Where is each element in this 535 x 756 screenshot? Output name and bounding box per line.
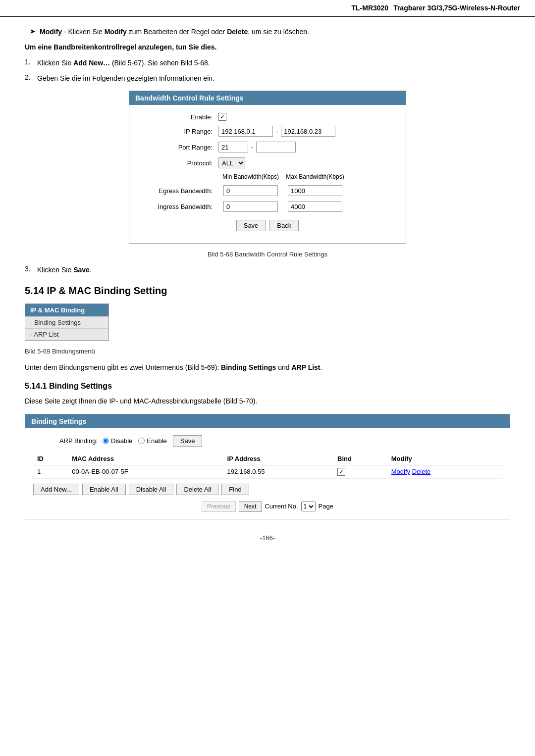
enable-value: ✓ [218,113,226,121]
enable-all-button[interactable]: Enable All [82,484,126,495]
egress-max-col [283,185,347,196]
header-model: TL-MR3020 [351,4,388,12]
add-new-button[interactable]: Add New... [33,484,79,495]
sub-section-heading: 5.14.1 Binding Settings [25,382,510,391]
bw-headers: Min Bandwidth(Kbps) Max Bandwidth(Kbps) [218,173,347,180]
menu-item-binding[interactable]: - Binding Settings [25,316,108,328]
port-range-row: Port Range: - [139,142,396,152]
binding-settings-box: Binding Settings ARP Binding: Disable En… [25,414,510,519]
ip-range-value: - [218,126,335,137]
bandwidth-settings-box: Bandwidth Control Rule Settings Enable: … [129,91,406,244]
step1: 1. Klicken Sie Add New… (Bild 5-67). Sie… [25,58,510,68]
bandwidth-button-row: Save Back [139,220,396,231]
modify-bullet: ➤ Modify - Klicken Sie Modify zum Bearbe… [25,27,510,37]
bullet-arrow: ➤ [30,27,36,35]
find-button[interactable]: Find [221,484,249,495]
page-label: Page [319,503,333,510]
max-bw-header: Max Bandwidth(Kbps) [283,173,347,180]
current-no-select[interactable]: 1 2 [301,502,316,511]
binding-box-body: ARP Binding: Disable Enable Save [25,428,510,519]
ingress-min-input[interactable] [223,201,278,212]
binding-table: ID MAC Address IP Address Bind Modify 1 … [33,453,502,479]
caption2: Bild 5-69 Bindungsmenü [25,348,510,355]
radio-disable-label: Disable [111,437,132,445]
page-container: TL-MR3020 Tragbarer 3G/3,75G-Wireless-N-… [0,0,535,552]
egress-max-input[interactable] [288,185,342,196]
modify-bold2: Modify [105,28,127,36]
back-button[interactable]: Back [269,220,299,231]
enable-row: Enable: ✓ [139,113,396,121]
ip-from-input[interactable] [218,126,273,137]
radio-group: Disable Enable Save [103,435,202,447]
table-body: 1 00-0A-EB-00-07-5F 192.168.0.55 ✓ Modif… [33,465,502,478]
disable-all-button[interactable]: Disable All [129,484,174,495]
bw-headers-row: Min Bandwidth(Kbps) Max Bandwidth(Kbps) [139,173,396,180]
section-heading: 5.14 IP & MAC Binding Setting [25,285,510,297]
modify-link[interactable]: Modify [391,468,410,475]
bandwidth-box-header: Bandwidth Control Rule Settings [129,91,406,105]
th-modify: Modify [387,453,502,465]
protocol-select[interactable]: ALL TCP UDP [218,157,245,168]
port-separator: - [251,144,253,151]
delete-link[interactable]: Delete [412,468,431,475]
radio-enable-label: Enable [147,437,166,445]
step1-text: Klicken Sie Add New… (Bild 5-67). Sie se… [37,58,210,68]
binding-settings-bold: Binding Settings [221,363,276,371]
caption1: Bild 5-68 Bandwidth Control Rule Setting… [25,251,510,258]
step3-text: Klicken Sie Save. [37,265,92,275]
ip-range-label: IP Range: [139,128,218,135]
egress-inputs [218,185,347,196]
step3: 3. Klicken Sie Save. [25,265,510,275]
radio-disable: Disable [103,437,132,445]
previous-button[interactable]: Previous [202,501,236,512]
menu-item-arp[interactable]: - ARP List [25,328,108,340]
port-to-input[interactable] [256,142,296,152]
delete-all-button[interactable]: Delete All [176,484,218,495]
header: TL-MR3020 Tragbarer 3G/3,75G-Wireless-N-… [0,0,535,17]
ingress-max-input[interactable] [288,201,342,212]
cell-bind: ✓ [333,465,387,478]
egress-min-input[interactable] [223,185,278,196]
bandwidth-box-body: Enable: ✓ IP Range: - Port R [129,105,406,243]
th-id: ID [33,453,68,465]
port-range-value: - [218,142,296,152]
page-footer: -166- [25,534,510,552]
header-title: Tragbarer 3G/3,75G-Wireless-N-Router [393,4,520,12]
arp-save-button[interactable]: Save [173,435,203,447]
ingress-inputs [218,201,347,212]
enable-checkbox[interactable]: ✓ [218,113,226,121]
egress-label: Egress Bandwidth: [139,187,218,195]
min-bw-header: Min Bandwidth(Kbps) [218,173,283,180]
port-range-label: Port Range: [139,144,218,151]
ingress-max-col [283,201,347,212]
cell-modify: Modify Delete [387,465,502,478]
content: ➤ Modify - Klicken Sie Modify zum Bearbe… [0,27,535,552]
table-header-row: ID MAC Address IP Address Bind Modify [33,453,502,465]
step3-num: 3. [25,265,37,273]
egress-min-col [218,185,283,196]
current-no-label: Current No. [265,503,298,510]
radio-disable-input[interactable] [103,438,109,444]
paragraph1: Unter dem Bindungsmenü gibt es zwei Unte… [25,362,510,373]
ip-to-input[interactable] [281,126,335,137]
next-button[interactable]: Next [239,501,262,512]
arp-list-bold: ARP List [291,363,320,371]
action-row: Add New... Enable All Disable All Delete… [33,484,502,495]
bind-checkbox[interactable]: ✓ [337,468,345,476]
save-button[interactable]: Save [236,220,266,231]
th-mac: MAC Address [68,453,223,465]
table-row: 1 00-0A-EB-00-07-5F 192.168.0.55 ✓ Modif… [33,465,502,478]
step1-num: 1. [25,58,37,66]
add-new-bold: Add New… [73,59,110,67]
ip-range-row: IP Range: - [139,126,396,137]
radio-enable-input[interactable] [138,438,145,444]
save-bold: Save [73,266,90,274]
cell-id: 1 [33,465,68,478]
egress-row: Egress Bandwidth: [139,185,396,196]
arp-row: ARP Binding: Disable Enable Save [33,435,502,447]
binding-table-container: ID MAC Address IP Address Bind Modify 1 … [33,453,502,479]
protocol-label: Protocol: [139,159,218,167]
menu-box: IP & MAC Binding - Binding Settings - AR… [25,303,109,341]
port-from-input[interactable] [218,142,248,152]
th-bind: Bind [333,453,387,465]
